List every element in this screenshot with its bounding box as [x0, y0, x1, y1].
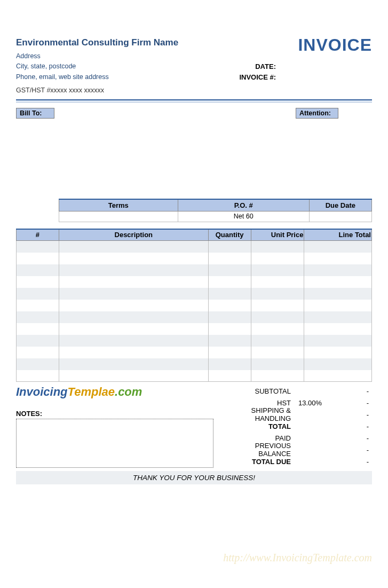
header-right: INVOICE DATE: INVOICE #: [239, 37, 372, 82]
invoice-number-label: INVOICE #: [239, 72, 276, 83]
previous-balance-label: PREVIOUS BALANCE [241, 442, 296, 458]
totals-block: SUBTOTAL- HST13.00%- SHIPPING & HANDLING… [241, 385, 372, 468]
subtotal-value: - [329, 387, 372, 395]
firm-address-block: Address City, state, postcode Phone, ema… [16, 51, 178, 82]
terms-value [59, 211, 178, 222]
firm-address: Address [16, 51, 178, 61]
hst-value: - [329, 399, 372, 407]
previous-balance-value: - [329, 446, 372, 454]
subtotal-label: SUBTOTAL [241, 387, 296, 395]
item-row [17, 300, 372, 311]
col-total-header: Line Total [304, 229, 372, 241]
paid-label: PAID [241, 434, 296, 442]
item-row [17, 241, 372, 253]
notes-box[interactable] [16, 419, 213, 468]
attention-label: Attention: [296, 108, 338, 119]
firm-contact-line: Phone, email, web site address [16, 72, 178, 82]
item-row [17, 347, 372, 358]
item-row [17, 311, 372, 323]
due-date-header: Due Date [309, 199, 371, 211]
item-row [17, 276, 372, 288]
date-label: DATE: [239, 61, 276, 72]
item-row [17, 253, 372, 264]
hst-rate: 13.00% [296, 399, 329, 407]
logo-part3: .com [115, 385, 142, 398]
terms-header: Terms [59, 199, 178, 211]
total-due-value: - [329, 458, 372, 466]
hst-label: HST [241, 399, 296, 407]
item-row [17, 370, 372, 382]
item-row [17, 264, 372, 276]
firm-city-line: City, state, postcode [16, 61, 178, 72]
total-value: - [329, 422, 372, 430]
terms-row: Net 60 [59, 211, 372, 222]
due-date-value [309, 211, 371, 222]
terms-table: Terms P.O. # Due Date Net 60 [59, 199, 372, 222]
item-row [17, 288, 372, 300]
bill-to-label: Bill To: [16, 108, 54, 119]
col-desc-header: Description [59, 229, 208, 241]
logo: InvoicingTemplae.com [16, 385, 236, 399]
col-num-header: # [17, 229, 59, 241]
col-qty-header: Quantity [208, 229, 251, 241]
total-due-label: TOTAL DUE [241, 458, 296, 466]
watermark: http://www.InvoicingTemplate.com [223, 552, 372, 564]
header-left: Environmental Consulting Firm Name Addre… [16, 37, 178, 94]
paid-value: - [329, 434, 372, 442]
col-price-header: Unit Price [251, 229, 304, 241]
items-table: # Description Quantity Unit Price Line T… [16, 229, 372, 382]
item-row [17, 335, 372, 347]
notes-label: NOTES: [16, 410, 236, 418]
po-value: Net 60 [178, 211, 309, 222]
total-label: TOTAL [241, 422, 296, 430]
invoice-title: INVOICE [239, 35, 372, 55]
header-divider [16, 99, 372, 103]
gst-hst-number: GST/HST #xxxxx xxxx xxxxxx [16, 87, 178, 94]
shipping-value: - [329, 411, 372, 419]
item-row [17, 358, 372, 370]
logo-part2: Templae [68, 385, 115, 398]
logo-part1: Invoicing [16, 385, 68, 398]
item-row [17, 323, 372, 335]
shipping-label: SHIPPING & HANDLING [241, 406, 296, 422]
firm-name: Environmental Consulting Firm Name [16, 37, 178, 48]
thank-you-message: THANK YOU FOR YOUR BUSINESS! [16, 471, 372, 484]
po-header: P.O. # [178, 199, 309, 211]
